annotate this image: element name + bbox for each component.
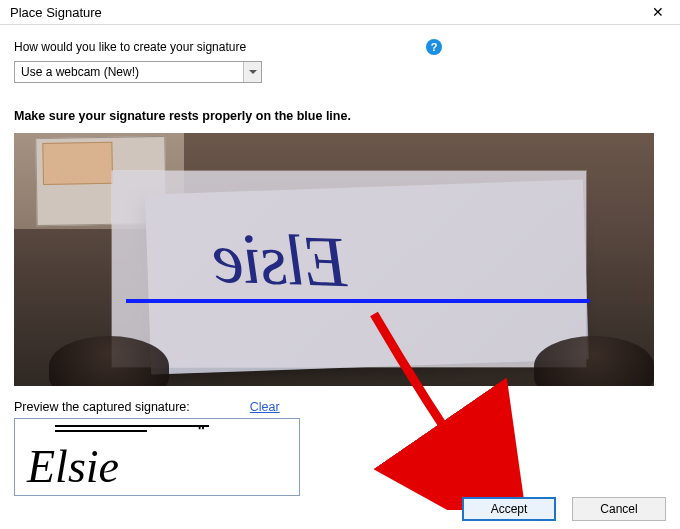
accept-button[interactable]: Accept [462,497,556,521]
clear-link[interactable]: Clear [250,400,280,414]
close-button[interactable]: ✕ [644,4,672,20]
preview-signature-text: Elsie [27,440,119,493]
cancel-button[interactable]: Cancel [572,497,666,521]
preview-noise-mark: " [197,423,205,441]
webcam-hand-right [534,336,654,386]
preview-label: Preview the captured signature: [14,400,190,414]
webcam-signature: Elsie [213,217,350,305]
capture-overlay [112,171,586,367]
webcam-instruction: Make sure your signature rests properly … [14,109,666,123]
titlebar: Place Signature ✕ [0,0,680,25]
window-title: Place Signature [10,5,102,20]
signature-preview: " Elsie [14,418,300,496]
dialog-footer: Accept Cancel [462,497,666,521]
blue-baseline [126,299,590,303]
create-method-select[interactable]: Use a webcam (New!) [14,61,262,83]
webcam-feed: Elsie [14,133,654,386]
preview-noise [55,425,209,437]
chevron-down-icon [249,70,257,74]
select-dropdown-button[interactable] [243,62,261,82]
create-method-prompt: How would you like to create your signat… [14,40,246,54]
create-method-value: Use a webcam (New!) [15,65,243,79]
help-icon[interactable]: ? [426,39,442,55]
